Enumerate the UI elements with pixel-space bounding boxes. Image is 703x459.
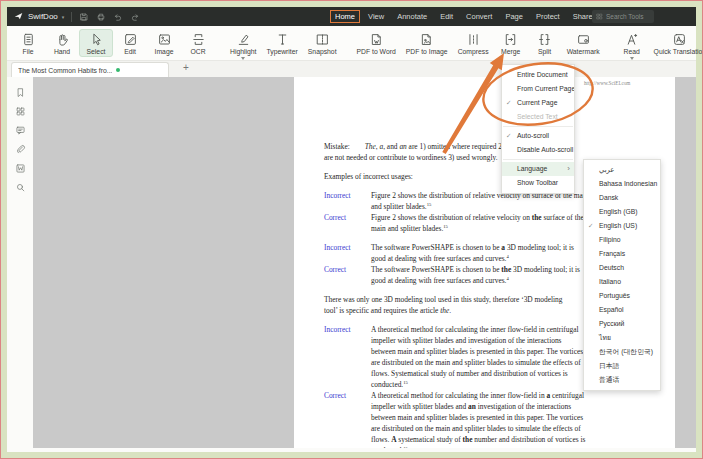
doc-line: A theoretical method for calculating the… [371, 390, 669, 401]
toolbar-hand[interactable]: Hand [45, 29, 79, 57]
toolbar-group: HighlightTypewriterSnapshot [225, 29, 342, 62]
toolbar: FileHandSelectEditImageOCRHighlightTypew… [7, 26, 696, 61]
language-item-[interactable]: 日本語 [584, 359, 660, 373]
thumbnails-icon[interactable] [15, 106, 26, 117]
merge-icon [503, 32, 518, 47]
language-item-espa-ol[interactable]: Español [584, 303, 660, 317]
language-item-fran-ais[interactable]: Français [584, 247, 660, 261]
toolbar-pdf-to-image[interactable]: PDF to Image [401, 29, 453, 57]
search-icon[interactable] [15, 182, 26, 193]
language-menu: عربيBahasa IndonesianDanskEnglish (GB)✓E… [583, 159, 661, 391]
read-menu-item-language[interactable]: Language› [502, 162, 574, 176]
menu-convert[interactable]: Convert [461, 10, 497, 23]
language-item-english-gb[interactable]: English (GB) [584, 205, 660, 219]
menu-item-label: Português [599, 292, 630, 299]
toolbar-compress[interactable]: Compress [453, 29, 494, 57]
menu-item-label: Italiano [599, 278, 621, 285]
bookmark-icon[interactable] [15, 87, 26, 98]
toolbar-read[interactable]: Read [615, 29, 649, 62]
language-item-deutsch[interactable]: Deutsch [584, 261, 660, 275]
read-menu-item-disable-auto-scroll[interactable]: Disable Auto-scroll [502, 143, 574, 157]
menu-item-label: 日本語 [599, 362, 619, 369]
toolbar-merge[interactable]: Merge [494, 29, 528, 57]
attachment-icon[interactable] [15, 144, 26, 155]
toolbar-group: FileHandSelectEditImageOCR [11, 29, 215, 57]
menu-edit[interactable]: Edit [435, 10, 458, 23]
doc-line: are distributed on the main and splitter… [371, 423, 669, 434]
incorrect-label: Incorrect [324, 324, 351, 335]
toolbar-image[interactable]: Image [147, 29, 181, 57]
toolbar-label: Typewriter [266, 48, 297, 55]
print-icon[interactable] [96, 12, 106, 22]
doc-line: between main and splitter blades is pres… [371, 412, 669, 423]
check-icon: ✓ [506, 96, 511, 110]
read-menu-item-current-page[interactable]: ✓Current Page [502, 96, 574, 110]
quick-translation-icon [672, 32, 687, 47]
language-item-dansk[interactable]: Dansk [584, 191, 660, 205]
word-view-icon[interactable] [15, 163, 26, 174]
menu-annotate[interactable]: Annotate [392, 10, 432, 23]
language-item-[interactable]: Русский [584, 317, 660, 331]
read-menu-item-auto-scroll[interactable]: ✓Auto-scroll [502, 129, 574, 143]
menubar: HomeViewAnnotateEditConvertPageProtectSh… [330, 7, 626, 26]
toolbar-split[interactable]: Split [528, 29, 562, 57]
menu-item-label: 普通话 [599, 376, 619, 383]
toolbar-file[interactable]: File [11, 29, 45, 57]
save-icon[interactable] [79, 12, 89, 22]
toolbar-label: PDF to Word [357, 48, 396, 55]
menu-item-label: عربي [599, 166, 614, 173]
menu-item-label: Show Toolbar [517, 179, 558, 186]
toolbar-label: Select [87, 48, 106, 55]
redo-icon[interactable] [130, 12, 140, 22]
incorrect-label: Incorrect [324, 242, 351, 253]
language-item-[interactable]: 한국어 (대한민국) [584, 345, 660, 359]
comment-icon[interactable] [15, 125, 26, 136]
toolbar-pdf-to-word[interactable]: PDF to Word [352, 29, 401, 57]
menu-page[interactable]: Page [500, 10, 528, 23]
new-tab-button[interactable]: + [179, 61, 193, 74]
menu-view[interactable]: View [363, 10, 389, 23]
read-menu-item-entire-document[interactable]: Entire Document [502, 68, 574, 82]
logo-icon [13, 11, 24, 22]
read-menu-item-from-current-page[interactable]: From Current Page [502, 82, 574, 96]
undo-icon[interactable] [113, 12, 123, 22]
language-item-bahasa-indonesian[interactable]: Bahasa Indonesian [584, 177, 660, 191]
menu-item-label: Français [599, 250, 625, 257]
document-tab[interactable]: The Most Common Habits fro... [11, 62, 169, 77]
correct-label: Correct [324, 264, 346, 275]
language-item-[interactable]: عربي [584, 163, 660, 177]
read-icon [624, 32, 639, 47]
search-tools-box[interactable]: Search Tools [592, 10, 654, 23]
language-item-italiano[interactable]: Italiano [584, 275, 660, 289]
pdf-word-icon [369, 32, 384, 47]
menu-home[interactable]: Home [330, 10, 360, 23]
language-item-portugu-s[interactable]: Português [584, 289, 660, 303]
language-item-[interactable]: 普通话 [584, 373, 660, 387]
app-menu-caret-icon[interactable]: ▾ [62, 14, 65, 20]
toolbar-quick-translation[interactable]: Quick Translation [649, 29, 703, 62]
menu-item-label: Auto-scroll [517, 132, 549, 139]
incorrect-label: Incorrect [324, 190, 351, 201]
snapshot-icon [315, 32, 330, 47]
toolbar-label: Edit [124, 48, 136, 55]
toolbar-highlight[interactable]: Highlight [225, 29, 261, 62]
toolbar-label: Highlight [230, 48, 256, 55]
read-menu-item-show-toolbar[interactable]: Show Toolbar [502, 176, 574, 190]
doc-line: impeller with splitter blades and an inv… [371, 401, 669, 412]
language-item-filipino[interactable]: Filipino [584, 233, 660, 247]
toolbar-edit[interactable]: Edit [113, 29, 147, 57]
toolbar-ocr[interactable]: OCR [181, 29, 215, 57]
menu-item-label: English (GB) [599, 208, 638, 215]
toolbar-watermark[interactable]: Watermark [562, 29, 605, 57]
language-item-english-us[interactable]: ✓English (US) [584, 219, 660, 233]
menu-protect[interactable]: Protect [531, 10, 565, 23]
toolbar-select[interactable]: Select [79, 29, 113, 57]
correct-label: Correct [324, 212, 346, 223]
language-item-[interactable]: ไทย [584, 331, 660, 345]
toolbar-label: PDF to Image [406, 48, 448, 55]
toolbar-snapshot[interactable]: Snapshot [303, 29, 342, 62]
caret-down-icon [241, 57, 245, 60]
file-icon [21, 32, 36, 47]
toolbar-typewriter[interactable]: Typewriter [261, 29, 302, 62]
menu-item-label: From Current Page [517, 85, 574, 92]
